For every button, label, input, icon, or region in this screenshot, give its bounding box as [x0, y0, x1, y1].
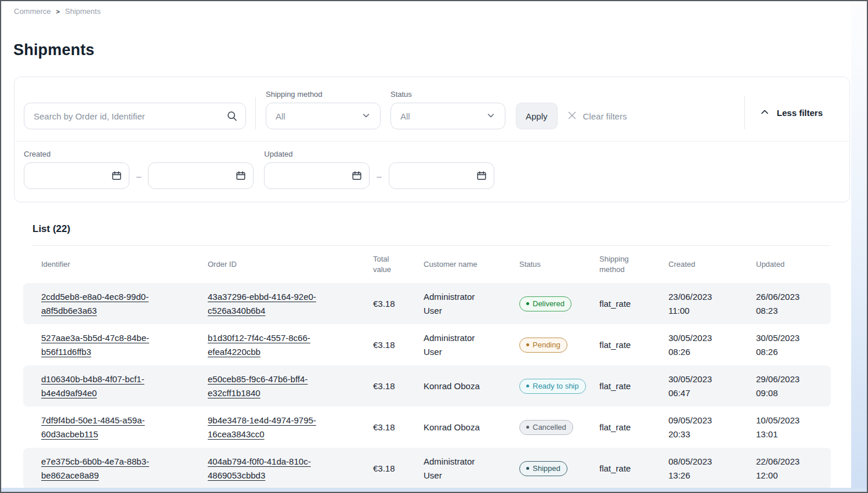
- updated-label: Updated: [264, 150, 494, 158]
- total-value-cell: €3.18: [373, 299, 424, 309]
- identifier-link[interactable]: d106340b-b4b8-4f07-bcf1-b4e4d9af94e0: [41, 372, 165, 400]
- column-header-total-value[interactable]: Total value: [373, 254, 403, 275]
- filters-main-row: Shipping method All Status All: [15, 77, 849, 141]
- horizontal-scrollbar[interactable]: [1, 488, 867, 492]
- status-field: Status All: [390, 90, 505, 129]
- status-cell: Shipped: [519, 461, 599, 476]
- order-id-link[interactable]: 43a37296-ebbd-4164-92e0-c526a340b6b4: [208, 290, 332, 318]
- created-cell: 08/05/2023 13:26: [668, 455, 756, 483]
- updated-cell: 29/06/2023 09:08: [756, 372, 831, 400]
- shipping-method-cell: flat_rate: [599, 340, 668, 350]
- order-id-link[interactable]: e50ceb85-f9c6-47b6-bff4-e32cff1b1840: [208, 372, 332, 400]
- status-dot-icon: [526, 343, 529, 346]
- updated-to-field: [389, 162, 494, 189]
- customer-name-cell: Administrator User: [424, 331, 489, 359]
- status-cell: Cancelled: [519, 420, 599, 435]
- search-icon: [226, 110, 238, 124]
- calendar-icon[interactable]: [235, 170, 247, 184]
- breadcrumb: Commerce > Shipments: [1, 1, 867, 16]
- order-id-link[interactable]: b1d30f12-7f4c-4557-8c66-efeaf4220cbb: [208, 331, 332, 359]
- updated-cell: 26/06/2023 08:23: [756, 290, 831, 318]
- vertical-scrollbar[interactable]: [851, 1, 867, 488]
- close-icon: [567, 110, 577, 122]
- shipping-method-value: All: [276, 111, 285, 121]
- identifier-link[interactable]: 2cdd5eb8-e8a0-4ec8-99d0-a8f5db6e3a63: [41, 290, 165, 318]
- status-badge-label: Delivered: [533, 299, 565, 309]
- customer-name-cell: Konrad Oboza: [424, 379, 489, 393]
- created-cell: 30/05/2023 08:26: [668, 331, 756, 359]
- chevron-down-icon: [361, 111, 371, 122]
- shipments-page: Commerce > Shipments Shipments Shipping …: [0, 0, 868, 493]
- less-filters-button[interactable]: Less filters: [760, 107, 823, 119]
- column-header-created[interactable]: Created: [668, 259, 756, 270]
- shipping-method-cell: flat_rate: [599, 463, 668, 473]
- status-badge-label: Pending: [533, 340, 560, 350]
- status-cell: Ready to ship: [519, 379, 599, 394]
- breadcrumb-shipments[interactable]: Shipments: [65, 7, 100, 16]
- calendar-icon[interactable]: [111, 170, 122, 184]
- total-value-cell: €3.18: [373, 340, 424, 350]
- chevron-down-icon: [486, 111, 496, 122]
- chevron-up-icon: [760, 107, 770, 119]
- identifier-link[interactable]: 7df9f4bd-50e1-4845-a59a-60d3acbeb115: [41, 414, 165, 441]
- updated-cell: 22/06/2023 12:00: [756, 455, 831, 483]
- filter-divider: [255, 97, 256, 129]
- status-badge-label: Cancelled: [533, 423, 566, 432]
- shipping-method-field: Shipping method All: [266, 90, 381, 129]
- clear-filters-label: Clear filters: [583, 111, 627, 121]
- list-title: List (22): [32, 223, 831, 235]
- breadcrumb-separator-icon: >: [56, 8, 60, 15]
- created-cell: 09/05/2023 20:33: [668, 414, 756, 441]
- status-cell: Pending: [519, 338, 599, 353]
- identifier-link[interactable]: e7e375cb-6b0b-4e7a-88b3-be862ace8a89: [41, 455, 165, 483]
- total-value-cell: €3.18: [373, 463, 424, 473]
- column-header-order-id[interactable]: Order ID: [208, 259, 373, 270]
- filters-date-row: Created –: [15, 141, 849, 202]
- date-range-separator: –: [136, 171, 141, 181]
- created-label: Created: [24, 150, 254, 158]
- status-badge: Pending: [519, 338, 567, 353]
- updated-cell: 30/05/2023 08:26: [756, 331, 831, 359]
- status-cell: Delivered: [519, 296, 599, 311]
- table-row: 2cdd5eb8-e8a0-4ec8-99d0-a8f5db6e3a63 43a…: [23, 283, 831, 324]
- status-badge-label: Ready to ship: [533, 382, 579, 391]
- shipments-list: List (22) Identifier Order ID Total valu…: [23, 223, 831, 489]
- table-row: e7e375cb-6b0b-4e7a-88b3-be862ace8a89 404…: [23, 448, 831, 489]
- column-header-customer-name[interactable]: Customer name: [424, 259, 519, 270]
- column-header-status[interactable]: Status: [519, 259, 599, 270]
- total-value-cell: €3.18: [373, 381, 424, 391]
- identifier-link[interactable]: 527aae3a-5b5d-47c8-84be-b56f11d6ffb3: [41, 331, 165, 359]
- clear-filters-button[interactable]: Clear filters: [567, 103, 627, 129]
- date-range-separator: –: [377, 171, 381, 181]
- shipping-method-cell: flat_rate: [599, 381, 668, 391]
- status-badge: Delivered: [519, 296, 572, 311]
- updated-from-field: [264, 162, 370, 189]
- total-value-cell: €3.18: [373, 422, 424, 432]
- status-select[interactable]: All: [390, 103, 505, 129]
- status-badge: Ready to ship: [519, 379, 586, 394]
- table-row: 527aae3a-5b5d-47c8-84be-b56f11d6ffb3 b1d…: [23, 324, 831, 365]
- status-dot-icon: [526, 385, 529, 387]
- created-from-field: [24, 162, 129, 189]
- table-row: d106340b-b4b8-4f07-bcf1-b4e4d9af94e0 e50…: [23, 365, 831, 407]
- order-id-link[interactable]: 404ab794-f0f0-41da-810c-4869053cbbd3: [208, 455, 332, 483]
- status-label: Status: [390, 90, 505, 99]
- less-filters-label: Less filters: [777, 108, 823, 118]
- filters-panel: Shipping method All Status All: [14, 77, 850, 202]
- shipping-method-select[interactable]: All: [266, 103, 381, 129]
- table-body: 2cdd5eb8-e8a0-4ec8-99d0-a8f5db6e3a63 43a…: [23, 283, 831, 489]
- calendar-icon[interactable]: [476, 170, 487, 184]
- breadcrumb-commerce[interactable]: Commerce: [14, 7, 51, 16]
- filters-toggle-area: Less filters: [744, 85, 840, 129]
- column-header-identifier[interactable]: Identifier: [41, 259, 208, 270]
- status-badge: Cancelled: [519, 420, 573, 435]
- order-id-link[interactable]: 9b4e3478-1e4d-4974-9795-16cea3843cc0: [208, 414, 332, 441]
- column-header-shipping-method[interactable]: Shipping method: [599, 254, 641, 275]
- column-header-updated[interactable]: Updated: [756, 259, 831, 270]
- shipping-method-cell: flat_rate: [599, 422, 668, 432]
- created-filter: Created –: [24, 150, 254, 189]
- apply-button[interactable]: Apply: [516, 103, 558, 129]
- calendar-icon[interactable]: [351, 170, 363, 184]
- created-to-field: [148, 162, 254, 189]
- search-input[interactable]: [24, 103, 246, 129]
